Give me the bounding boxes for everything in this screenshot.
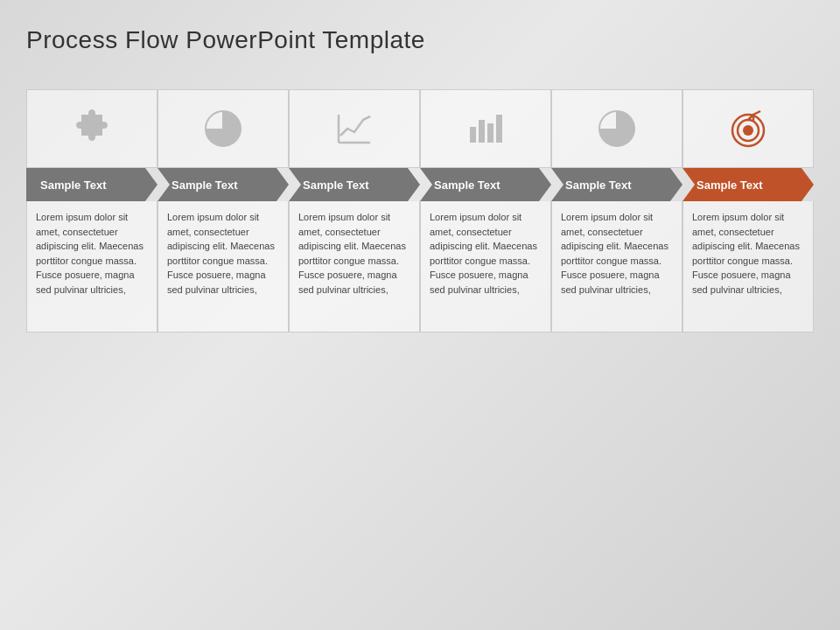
desc-text-1: Lorem ipsum dolor sit amet, consectetuer… <box>36 210 148 297</box>
icon-box-3 <box>289 89 420 168</box>
piechart2-icon <box>596 108 638 150</box>
svg-rect-5 <box>470 127 476 143</box>
arrow-5: Sample Text <box>551 168 682 201</box>
svg-rect-8 <box>496 115 502 143</box>
desc-box-5: Lorem ipsum dolor sit amet, consectetuer… <box>551 201 682 332</box>
desc-text-3: Lorem ipsum dolor sit amet, consectetuer… <box>298 210 410 297</box>
arrow-2: Sample Text <box>158 168 289 201</box>
arrow-1: Sample Text <box>26 168 158 201</box>
step-6: Sample Text Lorem ipsum dolor sit amet, … <box>682 89 814 332</box>
step-label-3: Sample Text <box>303 178 369 192</box>
icon-box-4 <box>420 89 551 168</box>
slide: Process Flow PowerPoint Template Sample … <box>0 0 840 630</box>
step-label-1: Sample Text <box>40 178 107 192</box>
barchart-icon <box>465 108 507 150</box>
step-label-2: Sample Text <box>172 178 238 192</box>
arrow-body-4: Sample Text <box>420 168 551 201</box>
icon-box-1 <box>26 89 158 168</box>
svg-line-15 <box>753 111 760 115</box>
icon-box-5 <box>551 89 682 168</box>
arrow-body-5: Sample Text <box>551 168 682 201</box>
svg-point-14 <box>743 125 753 136</box>
desc-text-4: Lorem ipsum dolor sit amet, consectetuer… <box>430 210 542 297</box>
svg-rect-7 <box>487 123 494 143</box>
arrow-6: Sample Text <box>682 168 814 201</box>
desc-text-5: Lorem ipsum dolor sit amet, consectetuer… <box>561 210 673 297</box>
desc-text-2: Lorem ipsum dolor sit amet, consectetuer… <box>167 210 279 297</box>
step-3: Sample Text Lorem ipsum dolor sit amet, … <box>289 89 420 332</box>
target-icon <box>727 108 769 150</box>
step-4: Sample Text Lorem ipsum dolor sit amet, … <box>420 89 551 332</box>
desc-box-4: Lorem ipsum dolor sit amet, consectetuer… <box>420 201 551 332</box>
step-label-6: Sample Text <box>696 178 763 192</box>
step-1: Sample Text Lorem ipsum dolor sit amet, … <box>26 89 158 332</box>
desc-text-6: Lorem ipsum dolor sit amet, consectetuer… <box>692 210 804 297</box>
page-title: Process Flow PowerPoint Template <box>26 26 814 54</box>
desc-box-1: Lorem ipsum dolor sit amet, consectetuer… <box>26 201 158 332</box>
desc-box-3: Lorem ipsum dolor sit amet, consectetuer… <box>289 201 420 332</box>
arrow-body-1: Sample Text <box>26 168 158 201</box>
step-label-4: Sample Text <box>434 178 500 192</box>
arrow-3: Sample Text <box>289 168 420 201</box>
piechart-icon <box>202 108 244 150</box>
arrow-4: Sample Text <box>420 168 551 201</box>
step-5: Sample Text Lorem ipsum dolor sit amet, … <box>551 89 682 332</box>
icon-box-6 <box>682 89 814 168</box>
linechart-icon <box>333 108 375 150</box>
svg-rect-6 <box>479 120 485 143</box>
flow-container: Sample Text Lorem ipsum dolor sit amet, … <box>26 89 814 332</box>
arrow-body-6: Sample Text <box>682 168 814 201</box>
icon-box-2 <box>158 89 289 168</box>
desc-box-6: Lorem ipsum dolor sit amet, consectetuer… <box>682 201 814 332</box>
arrow-body-3: Sample Text <box>289 168 420 201</box>
puzzle-icon <box>71 108 113 150</box>
step-label-5: Sample Text <box>565 178 632 192</box>
step-2: Sample Text Lorem ipsum dolor sit amet, … <box>158 89 289 332</box>
arrow-body-2: Sample Text <box>158 168 289 201</box>
desc-box-2: Lorem ipsum dolor sit amet, consectetuer… <box>158 201 289 332</box>
